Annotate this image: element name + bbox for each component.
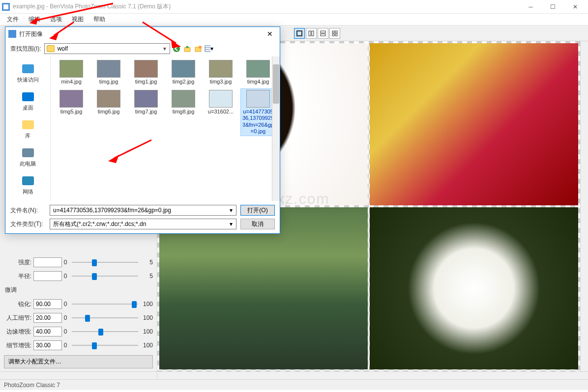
file-thumbnail (59, 60, 83, 78)
slider-value-input[interactable] (33, 271, 62, 281)
image-cell-2 (370, 43, 578, 205)
file-list[interactable]: min4.jpgtimg.jpgtimg1.jpgtimg2.jpgtimg3.… (51, 56, 280, 138)
slider-value-input[interactable] (33, 257, 62, 267)
svg-rect-20 (22, 148, 34, 157)
slider-label: 强度: (4, 258, 33, 267)
sidebar-item-3[interactable]: 此电脑 (5, 143, 50, 169)
minimize-button[interactable]: ─ (520, 0, 542, 14)
slider-track[interactable] (72, 271, 138, 281)
filename-input[interactable]: u=4147730536,137099293&fm=26&gp=0.jpg ▾ (50, 205, 236, 216)
menu-help[interactable]: 帮助 (88, 14, 110, 25)
svg-rect-2 (297, 31, 302, 36)
close-button[interactable]: ✕ (564, 0, 586, 14)
maximize-button[interactable]: ☐ (542, 0, 564, 14)
slider-label: 半径: (4, 272, 33, 280)
menu-edit[interactable]: 编辑 (24, 14, 45, 25)
slider-track[interactable] (72, 257, 138, 267)
slider-label: 边缘增强: (4, 328, 33, 336)
svg-rect-3 (309, 31, 311, 36)
file-item[interactable]: timg1.jpg (128, 58, 164, 86)
file-thumbnail (172, 90, 195, 108)
open-file-dialog: 打开图像 ✕ 查找范围(I): wolf ▾ ▾ 快速访问桌面库此电脑网络 mi… (5, 27, 280, 234)
file-name: timg6.jpg (92, 109, 125, 115)
view-single-button[interactable] (294, 28, 305, 39)
slider-row: 人工细节:0100 (0, 311, 157, 325)
sidebar-icon (21, 145, 35, 159)
look-in-combo[interactable]: wolf ▾ (44, 43, 170, 54)
dialog-close-button[interactable]: ✕ (263, 27, 277, 41)
svg-rect-17 (22, 64, 34, 73)
file-thumbnail (134, 60, 158, 78)
slider-value-input[interactable] (33, 299, 62, 309)
new-folder-button[interactable] (194, 44, 203, 53)
file-name: timg4.jpg (242, 79, 274, 85)
sidebar-item-4[interactable]: 网络 (5, 171, 50, 197)
file-list-scrollbar[interactable] (272, 56, 280, 201)
up-button[interactable] (183, 44, 192, 53)
slider-track[interactable] (72, 340, 138, 350)
dialog-title: 打开图像 (19, 30, 263, 38)
file-thumbnail (59, 90, 83, 108)
file-item[interactable]: timg5.jpg (54, 88, 89, 136)
slider-max: 5 (141, 259, 153, 266)
file-thumbnail (97, 60, 120, 78)
slider-label: 人工细节: (4, 314, 33, 322)
file-item[interactable]: timg6.jpg (91, 88, 126, 136)
sidebar-icon (21, 89, 35, 103)
file-item[interactable]: u=31602... (203, 88, 238, 136)
statusbar: PhotoZoom Classic 7 (0, 379, 588, 390)
sidebar-icon (21, 61, 35, 75)
open-button[interactable]: 打开(O) (240, 205, 275, 216)
file-item[interactable]: timg3.jpg (203, 58, 238, 86)
slider-max: 100 (141, 301, 153, 308)
file-name: timg8.jpg (167, 109, 200, 115)
slider-value-input[interactable] (33, 340, 62, 350)
svg-rect-8 (335, 31, 337, 33)
sidebar-label: 网络 (5, 188, 50, 196)
filetype-combo[interactable]: 所有格式(*.cr2;*.crw;*.dcr;*.dcs;*.dn ▾ (50, 219, 236, 229)
file-item[interactable]: u=4147730536,137099293&fm=26&gp=0.jpg (240, 88, 276, 136)
image-scrollbar-v[interactable] (580, 41, 588, 371)
slider-value-input[interactable] (33, 313, 62, 323)
slider-row: 细节增强:0100 (0, 338, 157, 352)
slider-value-input[interactable] (33, 327, 62, 336)
file-item[interactable]: timg8.jpg (166, 88, 201, 136)
file-name: timg7.jpg (130, 109, 162, 115)
sidebar-item-2[interactable]: 库 (5, 115, 50, 141)
view-split-h-button[interactable] (318, 28, 328, 39)
file-item[interactable]: min4.jpg (54, 58, 89, 86)
back-button[interactable] (172, 44, 181, 53)
cancel-button[interactable]: 取消 (240, 219, 275, 229)
file-name: timg3.jpg (205, 79, 237, 85)
svg-point-12 (173, 45, 180, 52)
filename-label: 文件名(N): (10, 206, 46, 215)
slider-track[interactable] (72, 299, 138, 309)
menu-options[interactable]: 选项 (45, 14, 67, 25)
sidebar-item-1[interactable]: 桌面 (5, 87, 50, 113)
file-item[interactable]: timg4.jpg (240, 58, 276, 86)
file-name: timg.jpg (92, 79, 125, 85)
svg-rect-18 (22, 92, 34, 101)
panel-scrollbar-h[interactable] (0, 371, 157, 379)
image-scrollbar-h[interactable] (157, 371, 588, 379)
svg-rect-6 (321, 34, 325, 36)
file-item[interactable]: timg.jpg (91, 58, 126, 86)
file-item[interactable]: timg7.jpg (128, 88, 164, 136)
file-item[interactable]: timg2.jpg (166, 58, 201, 86)
slider-max: 100 (141, 328, 153, 335)
slider-row: 锐化:0100 (0, 297, 157, 311)
window-title: example.jpg - BenVista PhotoZoom Classic… (13, 2, 520, 11)
svg-rect-4 (312, 31, 314, 36)
status-text: PhotoZoom Classic 7 (4, 382, 60, 389)
sidebar-item-0[interactable]: 快速访问 (5, 59, 50, 85)
menu-view[interactable]: 视图 (67, 14, 88, 25)
resize-profile-button[interactable]: 调整大小配置文件… (4, 355, 153, 368)
menu-file[interactable]: 文件 (2, 14, 24, 25)
view-menu-button[interactable]: ▾ (205, 44, 213, 53)
view-split-v-button[interactable] (306, 28, 317, 39)
sidebar-label: 库 (5, 132, 50, 140)
view-quad-button[interactable] (329, 28, 340, 39)
slider-track[interactable] (72, 313, 138, 323)
file-name: timg2.jpg (167, 79, 200, 85)
slider-track[interactable] (72, 327, 138, 336)
